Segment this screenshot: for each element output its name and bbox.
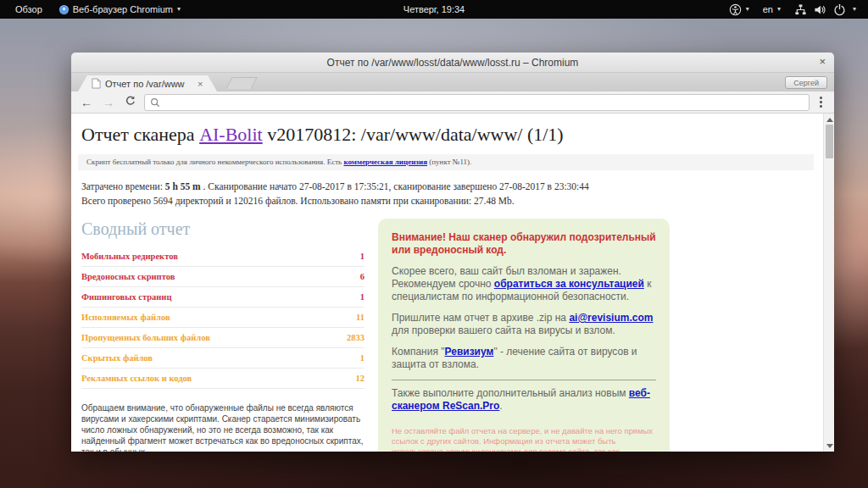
scan-totals-line: Всего проверено 5694 директорий и 120216… (81, 195, 812, 207)
scrollbar[interactable] (823, 114, 834, 452)
scroll-down-icon[interactable] (826, 444, 833, 448)
tab-strip: Отчет по /var/www × Сергей (71, 73, 834, 92)
page-content: Отчет сканера AI-Bolit v20170812: /var/w… (71, 114, 834, 452)
license-text: Скрипт бесплатный только для личного нек… (86, 158, 343, 166)
warning-paragraph-send-report: Пришлите нам отчет в архиве .zip на ai@r… (392, 312, 656, 337)
page-title: Отчет сканера AI-Bolit v20170812: /var/w… (81, 124, 812, 146)
keyboard-layout-menu[interactable]: en ▾ (756, 0, 787, 19)
scan-time-line: Затрачено времени: 5 h 55 m . Сканирован… (81, 180, 812, 192)
app-menu-label: Веб-браузер Chromium (73, 4, 173, 14)
row-count: 1 (360, 252, 364, 262)
window-title: Отчет по /var/www/losst/data/www/losst.r… (327, 57, 579, 69)
warning-paragraph-hacked: Скорее всего, ваш сайт был взломан и зар… (392, 265, 656, 303)
divider (392, 380, 656, 380)
time-label: Затрачено времени: (81, 181, 165, 191)
row-label[interactable]: Исполняемых файлов (81, 313, 170, 323)
text: . (499, 400, 502, 412)
summary-row-skipped-large-files[interactable]: Пропущенных больших файлов 2833 (81, 328, 364, 348)
row-label[interactable]: Мобильных редиректов (81, 252, 178, 262)
page-title-prefix: Отчет сканера (81, 124, 199, 145)
browser-window: Отчет по /var/www/losst/data/www/losst.r… (71, 53, 834, 452)
tab-title: Отчет по /var/www (105, 79, 193, 89)
ai-bolit-link[interactable]: AI-Bolit (199, 124, 263, 145)
summary-row-malicious-scripts[interactable]: Вредоносных скриптов 6 (81, 267, 364, 287)
row-label[interactable]: Скрытых файлов (81, 353, 153, 363)
window-titlebar[interactable]: Отчет по /var/www/losst/data/www/losst.r… (71, 53, 834, 73)
row-count: 11 (356, 313, 364, 323)
summary-row-executable-files[interactable]: Исполняемых файлов 11 (81, 308, 364, 328)
new-tab-button[interactable] (225, 77, 257, 89)
warning-paragraph-rescan: Также выполните дополнительный анализ но… (392, 387, 656, 413)
chevron-down-icon: ▾ (777, 6, 781, 13)
address-bar[interactable] (144, 94, 810, 111)
row-label[interactable]: Вредоносных скриптов (81, 272, 175, 282)
summary-row-phishing-pages[interactable]: Фишинговых страниц 1 (81, 287, 364, 308)
document-icon (92, 78, 101, 89)
row-count: 1 (360, 353, 364, 363)
license-notice: Скрипт бесплатный только для личного нек… (78, 154, 814, 170)
text: Также выполните дополнительный анализ но… (392, 387, 629, 399)
text: Компания " (392, 346, 445, 358)
license-text-end: (пункт №11). (427, 158, 471, 166)
system-status-menu[interactable]: ▾ (787, 0, 863, 19)
time-rest: . Сканирование начато 27-08-2017 в 17:35… (201, 181, 589, 191)
text: Пришлите нам отчет в архиве .zip на (392, 312, 569, 324)
accessibility-menu[interactable]: ▾ (722, 0, 756, 19)
summary-row-hidden-files[interactable]: Скрытых файлов 1 (81, 348, 364, 369)
email-link[interactable]: ai@revisium.com (569, 312, 653, 324)
omnibox-input[interactable] (164, 96, 804, 109)
power-icon (833, 3, 846, 16)
row-label[interactable]: Рекламных ссылок и кодов (81, 374, 192, 384)
kebab-dot (820, 101, 822, 103)
network-icon (794, 3, 807, 16)
time-value: 5 h 55 m (165, 181, 201, 191)
keyboard-layout-label: en (763, 4, 773, 14)
chevron-down-icon: ▾ (177, 6, 181, 13)
revisium-link[interactable]: Ревизиум (445, 346, 494, 358)
chromium-icon (59, 5, 69, 14)
kebab-dot (820, 97, 822, 99)
row-count: 1 (360, 292, 364, 302)
clock[interactable]: Четверг, 19:34 (397, 0, 471, 19)
row-label[interactable]: Пропущенных больших файлов (81, 333, 210, 343)
warning-paragraph-company: Компания "Ревизиум" - лечение сайта от в… (392, 346, 656, 371)
volume-icon (814, 3, 826, 16)
row-count: 2833 (347, 333, 364, 343)
back-button[interactable]: ← (78, 94, 95, 111)
app-menu-button[interactable]: Веб-браузер Chromium ▾ (53, 0, 187, 19)
window-close-button[interactable]: × (819, 54, 826, 69)
scroll-up-icon[interactable] (826, 118, 833, 122)
forward-button[interactable]: → (100, 94, 117, 111)
scrollbar-thumb[interactable] (826, 125, 833, 158)
summary-row-mobile-redirects[interactable]: Мобильных редиректов 1 (81, 247, 364, 267)
profile-button[interactable]: Сергей (785, 76, 827, 89)
tab-report[interactable]: Отчет по /var/www × (78, 75, 217, 92)
tab-close-icon[interactable]: × (198, 79, 203, 89)
false-positive-note: Обращаем внимание, что обнаруженные файл… (81, 402, 364, 452)
page-title-suffix: v20170812: /var/www/data/www/ (1/1) (263, 124, 564, 145)
summary-row-ad-links[interactable]: Рекламных ссылок и кодов 12 (81, 369, 364, 389)
search-icon (150, 97, 160, 108)
report-security-footnote: Не оставляйте файл отчета на сервере, и … (392, 426, 656, 452)
summary-heading: Сводный отчет (81, 219, 364, 239)
warning-box: Внимание! Наш сканер обнаружил подозрите… (378, 219, 670, 452)
row-count: 6 (360, 272, 364, 282)
menu-button[interactable] (815, 94, 827, 110)
kebab-dot (820, 105, 822, 108)
row-label[interactable]: Фишинговых страниц (81, 292, 171, 302)
chevron-down-icon: ▾ (853, 6, 856, 13)
row-count: 12 (356, 374, 365, 384)
warning-heading: Внимание! Наш сканер обнаружил подозрите… (392, 231, 656, 257)
summary-section: Сводный отчет Мобильных редиректов 1 Вре… (81, 219, 364, 452)
text: для проверки вашего сайта на вирусы и вз… (392, 324, 615, 336)
consultation-link[interactable]: обратиться за консультацией (494, 278, 644, 290)
reload-button[interactable] (122, 94, 139, 111)
chevron-down-icon: ▾ (746, 6, 749, 13)
browser-toolbar: ← → (71, 92, 834, 114)
desktop-wallpaper: Обзор Веб-браузер Chromium ▾ Четверг, 19… (0, 0, 868, 488)
gnome-top-bar: Обзор Веб-браузер Chromium ▾ Четверг, 19… (0, 0, 868, 19)
commercial-license-link[interactable]: коммерческая лицензия (343, 158, 427, 166)
activities-button[interactable]: Обзор (8, 0, 49, 19)
accessibility-icon (729, 3, 742, 16)
